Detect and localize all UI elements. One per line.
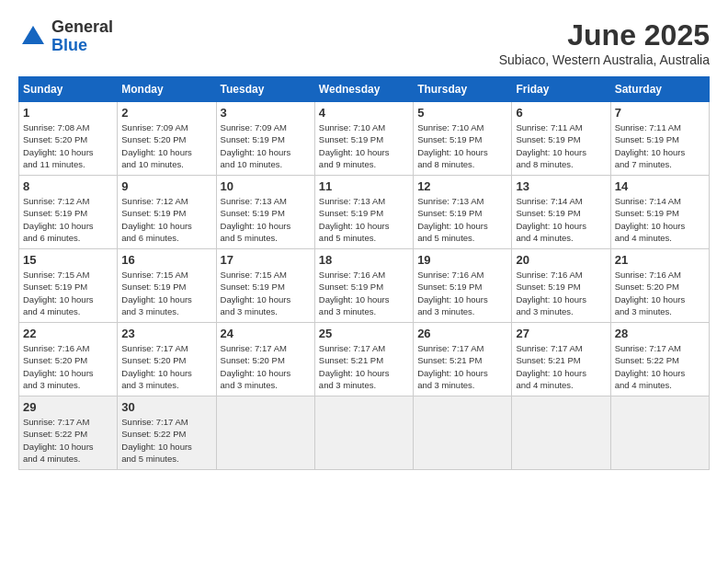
day-number: 1: [23, 106, 113, 120]
calendar-row: 8Sunrise: 7:12 AM Sunset: 5:19 PM Daylig…: [19, 176, 710, 249]
table-row: [216, 396, 314, 470]
logo-blue: Blue: [51, 36, 87, 54]
header: General Blue June 2025 Subiaco, Western …: [18, 18, 710, 67]
logo-text: General Blue: [51, 18, 113, 55]
day-number: 29: [23, 400, 113, 414]
day-info: Sunrise: 7:14 AM Sunset: 5:19 PM Dayligh…: [615, 195, 705, 244]
table-row: 2Sunrise: 7:09 AM Sunset: 5:20 PM Daylig…: [118, 102, 216, 176]
day-number: 18: [319, 253, 409, 267]
day-info: Sunrise: 7:12 AM Sunset: 5:19 PM Dayligh…: [23, 195, 113, 244]
logo-general: General: [51, 17, 113, 36]
table-row: [314, 396, 413, 470]
day-number: 8: [23, 179, 113, 193]
svg-rect-1: [28, 38, 38, 43]
day-info: Sunrise: 7:10 AM Sunset: 5:19 PM Dayligh…: [319, 121, 409, 170]
table-row: 24Sunrise: 7:17 AM Sunset: 5:20 PM Dayli…: [216, 323, 314, 396]
day-number: 28: [615, 327, 705, 340]
table-row: 22Sunrise: 7:16 AM Sunset: 5:20 PM Dayli…: [19, 323, 118, 396]
table-row: [610, 396, 709, 470]
day-number: 11: [319, 179, 409, 193]
day-number: 17: [221, 253, 311, 267]
day-info: Sunrise: 7:17 AM Sunset: 5:22 PM Dayligh…: [23, 416, 113, 465]
table-row: 18Sunrise: 7:16 AM Sunset: 5:19 PM Dayli…: [314, 249, 413, 323]
calendar-row: 1Sunrise: 7:08 AM Sunset: 5:20 PM Daylig…: [19, 102, 710, 176]
day-info: Sunrise: 7:10 AM Sunset: 5:19 PM Dayligh…: [417, 121, 507, 170]
day-number: 5: [417, 106, 507, 120]
location-title: Subiaco, Western Australia, Australia: [499, 52, 710, 67]
day-info: Sunrise: 7:12 AM Sunset: 5:19 PM Dayligh…: [121, 195, 211, 244]
table-row: 29Sunrise: 7:17 AM Sunset: 5:22 PM Dayli…: [19, 396, 118, 470]
table-row: 10Sunrise: 7:13 AM Sunset: 5:19 PM Dayli…: [216, 176, 314, 249]
col-friday: Friday: [512, 77, 610, 102]
day-number: 10: [221, 179, 311, 193]
table-row: 9Sunrise: 7:12 AM Sunset: 5:19 PM Daylig…: [118, 176, 216, 249]
month-title: June 2025: [499, 18, 710, 52]
day-info: Sunrise: 7:08 AM Sunset: 5:20 PM Dayligh…: [23, 121, 113, 170]
day-number: 21: [615, 253, 705, 267]
day-number: 3: [221, 106, 311, 120]
day-number: 2: [121, 106, 211, 120]
day-info: Sunrise: 7:17 AM Sunset: 5:21 PM Dayligh…: [417, 342, 507, 391]
day-info: Sunrise: 7:14 AM Sunset: 5:19 PM Dayligh…: [516, 195, 606, 244]
calendar-header-row: Sunday Monday Tuesday Wednesday Thursday…: [19, 77, 710, 102]
day-number: 27: [516, 327, 606, 340]
day-number: 22: [23, 327, 113, 340]
day-number: 4: [319, 106, 409, 120]
table-row: [512, 396, 610, 470]
day-info: Sunrise: 7:17 AM Sunset: 5:20 PM Dayligh…: [221, 342, 311, 391]
day-number: 25: [319, 327, 409, 340]
day-info: Sunrise: 7:15 AM Sunset: 5:19 PM Dayligh…: [221, 269, 311, 317]
day-number: 16: [121, 253, 211, 267]
table-row: 30Sunrise: 7:17 AM Sunset: 5:22 PM Dayli…: [118, 396, 216, 470]
day-info: Sunrise: 7:11 AM Sunset: 5:19 PM Dayligh…: [516, 121, 606, 170]
day-info: Sunrise: 7:15 AM Sunset: 5:19 PM Dayligh…: [23, 269, 113, 317]
table-row: 14Sunrise: 7:14 AM Sunset: 5:19 PM Dayli…: [610, 176, 709, 249]
table-row: [414, 396, 512, 470]
calendar-row: 15Sunrise: 7:15 AM Sunset: 5:19 PM Dayli…: [19, 249, 710, 323]
table-row: 6Sunrise: 7:11 AM Sunset: 5:19 PM Daylig…: [512, 102, 610, 176]
table-row: 4Sunrise: 7:10 AM Sunset: 5:19 PM Daylig…: [314, 102, 413, 176]
col-monday: Monday: [118, 77, 216, 102]
day-info: Sunrise: 7:16 AM Sunset: 5:20 PM Dayligh…: [615, 269, 705, 317]
table-row: 16Sunrise: 7:15 AM Sunset: 5:19 PM Dayli…: [118, 249, 216, 323]
col-saturday: Saturday: [610, 77, 709, 102]
day-info: Sunrise: 7:16 AM Sunset: 5:20 PM Dayligh…: [23, 342, 113, 391]
day-info: Sunrise: 7:09 AM Sunset: 5:19 PM Dayligh…: [221, 121, 311, 170]
table-row: 19Sunrise: 7:16 AM Sunset: 5:19 PM Dayli…: [414, 249, 512, 323]
day-info: Sunrise: 7:16 AM Sunset: 5:19 PM Dayligh…: [516, 269, 606, 317]
day-info: Sunrise: 7:17 AM Sunset: 5:20 PM Dayligh…: [121, 342, 211, 391]
col-wednesday: Wednesday: [314, 77, 413, 102]
table-row: 1Sunrise: 7:08 AM Sunset: 5:20 PM Daylig…: [19, 102, 118, 176]
table-row: 17Sunrise: 7:15 AM Sunset: 5:19 PM Dayli…: [216, 249, 314, 323]
day-info: Sunrise: 7:13 AM Sunset: 5:19 PM Dayligh…: [319, 195, 409, 244]
day-number: 26: [417, 327, 507, 340]
day-number: 24: [221, 327, 311, 340]
day-info: Sunrise: 7:16 AM Sunset: 5:19 PM Dayligh…: [417, 269, 507, 317]
day-info: Sunrise: 7:17 AM Sunset: 5:21 PM Dayligh…: [319, 342, 409, 391]
table-row: 21Sunrise: 7:16 AM Sunset: 5:20 PM Dayli…: [610, 249, 709, 323]
day-info: Sunrise: 7:17 AM Sunset: 5:21 PM Dayligh…: [516, 342, 606, 391]
day-info: Sunrise: 7:15 AM Sunset: 5:19 PM Dayligh…: [121, 269, 211, 317]
col-sunday: Sunday: [19, 77, 118, 102]
day-info: Sunrise: 7:11 AM Sunset: 5:19 PM Dayligh…: [615, 121, 705, 170]
day-number: 6: [516, 106, 606, 120]
day-info: Sunrise: 7:16 AM Sunset: 5:19 PM Dayligh…: [319, 269, 409, 317]
table-row: 27Sunrise: 7:17 AM Sunset: 5:21 PM Dayli…: [512, 323, 610, 396]
day-number: 9: [121, 179, 211, 193]
day-info: Sunrise: 7:17 AM Sunset: 5:22 PM Dayligh…: [615, 342, 705, 391]
calendar-row: 22Sunrise: 7:16 AM Sunset: 5:20 PM Dayli…: [19, 323, 710, 396]
table-row: 3Sunrise: 7:09 AM Sunset: 5:19 PM Daylig…: [216, 102, 314, 176]
day-number: 20: [516, 253, 606, 267]
col-tuesday: Tuesday: [216, 77, 314, 102]
logo: General Blue: [18, 18, 113, 55]
table-row: 26Sunrise: 7:17 AM Sunset: 5:21 PM Dayli…: [414, 323, 512, 396]
day-number: 7: [615, 106, 705, 120]
day-number: 30: [121, 400, 211, 414]
day-number: 12: [417, 179, 507, 193]
day-number: 15: [23, 253, 113, 267]
day-info: Sunrise: 7:17 AM Sunset: 5:22 PM Dayligh…: [121, 416, 211, 465]
table-row: 12Sunrise: 7:13 AM Sunset: 5:19 PM Dayli…: [414, 176, 512, 249]
calendar-row: 29Sunrise: 7:17 AM Sunset: 5:22 PM Dayli…: [19, 396, 710, 470]
table-row: 23Sunrise: 7:17 AM Sunset: 5:20 PM Dayli…: [118, 323, 216, 396]
day-number: 14: [615, 179, 705, 193]
